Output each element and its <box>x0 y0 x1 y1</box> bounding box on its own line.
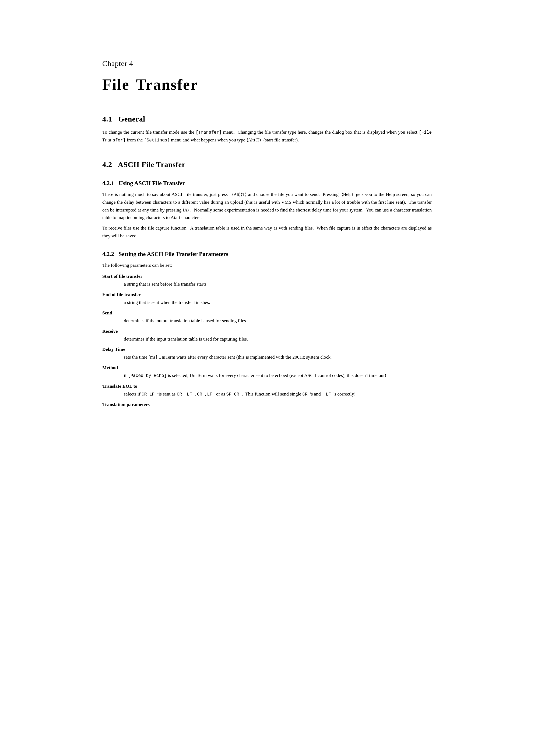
subsection-4-2-1-title: 4.2.1 Using ASCII File Transfer <box>102 180 432 187</box>
subsection-4-2-2-number: 4.2.2 <box>102 251 114 257</box>
section-4-1: 4.1 General To change the current file t… <box>102 115 432 144</box>
settings-menu-ref: [Settings] <box>144 138 170 143</box>
subsection-4-2-2-label: Setting the ASCII File Transfer Paramete… <box>119 251 229 257</box>
param-delay-time: Delay Time sets the time [ms] UniTerm wa… <box>102 346 432 361</box>
param-receive: Receive determines if the input translat… <box>102 328 432 343</box>
param-end-file-transfer-desc: a string that is sent when the transfer … <box>124 299 432 306</box>
param-delay-time-desc: sets the time [ms] UniTerm waits after e… <box>124 353 432 361</box>
page: Chapter 4 File Transfer 4.1 General To c… <box>0 0 534 756</box>
param-method-term: Method <box>102 365 432 370</box>
param-translate-eol-term: Translate EOL to <box>102 383 432 389</box>
alt-t-key-ref-1: ⟨Alt⟩⟨T⟩ <box>232 192 246 197</box>
param-translate-eol: Translate EOL to selects if CR LF 1is se… <box>102 383 432 398</box>
subsection-4-2-2: 4.2.2 Setting the ASCII File Transfer Pa… <box>102 251 432 407</box>
lf-ref-1: LF <box>149 392 157 397</box>
chapter-title: File Transfer <box>102 76 432 93</box>
section-4-1-number: 4.1 <box>102 115 112 123</box>
cr-ref-3: CR <box>197 392 205 397</box>
next-section-hint: Translation parameters <box>102 402 432 407</box>
param-start-file-transfer-term: Start of file transfer <box>102 274 432 279</box>
footnote-1: 1 <box>157 391 159 394</box>
param-start-file-transfer-desc: a string that is sent before file transf… <box>124 280 432 288</box>
param-method: Method if [Paced by Echo] is selected, U… <box>102 365 432 379</box>
param-method-desc: if [Paced by Echo] is selected, UniTerm … <box>124 371 432 379</box>
cr-ref-4: CR <box>234 392 242 397</box>
lf-ref-4: LF <box>323 392 334 397</box>
help-key-ref: ⟨Help⟩ <box>342 192 353 197</box>
section-4-2-title: 4.2 ASCII File Transfer <box>102 160 432 169</box>
alt-key-ref: ⟨Alt⟩⟨T⟩ <box>246 138 261 142</box>
subsection-4-2-1-label: Using ASCII File Transfer <box>119 180 185 186</box>
subsection-4-2-1-number: 4.2.1 <box>102 180 114 186</box>
params-list: Start of file transfer a string that is … <box>102 274 432 407</box>
section-4-1-label: General <box>118 115 145 123</box>
section-4-1-title: 4.1 General <box>102 115 432 123</box>
subsection-4-2-1: 4.2.1 Using ASCII File Transfer There is… <box>102 180 432 240</box>
section-4-2-number: 4.2 <box>102 160 112 169</box>
param-send-desc: determines if the output translation tab… <box>124 317 432 325</box>
subsection-4-2-1-para-2: To receive files use the file capture fu… <box>102 224 432 240</box>
lf-ref-2: LF <box>187 392 194 397</box>
a-key-ref: ⟨A⟩ <box>183 208 189 212</box>
param-start-file-transfer: Start of file transfer a string that is … <box>102 274 432 288</box>
param-send: Send determines if the output translatio… <box>102 310 432 325</box>
param-translate-eol-desc: selects if CR LF 1is sent as CR LF , CR … <box>124 390 432 398</box>
subsection-4-2-2-intro: The following parameters can be set: <box>102 261 432 269</box>
subsection-4-2-1-para-1: There is nothing much to say about ASCII… <box>102 191 432 222</box>
cr-ref-1: CR <box>141 392 149 397</box>
param-receive-term: Receive <box>102 328 432 334</box>
param-send-term: Send <box>102 310 432 316</box>
param-end-file-transfer: End of file transfer a string that is se… <box>102 292 432 306</box>
param-delay-time-term: Delay Time <box>102 346 432 352</box>
section-4-2-label: ASCII File Transfer <box>118 160 186 169</box>
cr-ref-5: CR <box>302 392 310 397</box>
param-end-file-transfer-term: End of file transfer <box>102 292 432 297</box>
paced-by-echo-ref: [Paced by Echo] <box>128 373 166 378</box>
next-section-hint-term: Translation parameters <box>102 402 432 407</box>
lf-ref-3: LF <box>207 392 215 397</box>
section-4-1-para-1: To change the current file transfer mode… <box>102 128 432 144</box>
subsection-4-2-2-title: 4.2.2 Setting the ASCII File Transfer Pa… <box>102 251 432 257</box>
sp-ref: SP <box>226 392 234 397</box>
chapter-label: Chapter 4 <box>102 59 432 68</box>
param-receive-desc: determines if the input translation tabl… <box>124 335 432 343</box>
transfer-menu-ref: [Transfer] <box>196 130 221 135</box>
cr-ref-2: CR <box>177 392 185 397</box>
section-4-2: 4.2 ASCII File Transfer 4.2.1 Using ASCI… <box>102 160 432 407</box>
as-word: as <box>221 391 225 396</box>
